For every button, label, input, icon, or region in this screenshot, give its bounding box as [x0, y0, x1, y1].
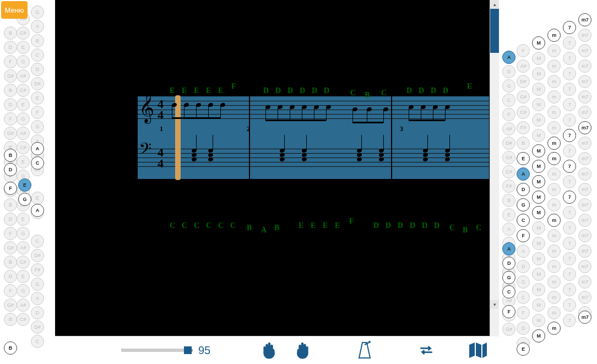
left-note-0-1[interactable]: D — [4, 41, 17, 54]
right-btn-2-14[interactable]: M — [532, 252, 545, 265]
right-btn-4-10[interactable]: 7 — [563, 175, 576, 188]
right-btn-5-17[interactable]: m7 — [578, 275, 591, 289]
right-btn-2-5[interactable]: M — [532, 113, 545, 127]
right-btn-1-4[interactable]: C# — [517, 106, 530, 119]
right-btn-5-9[interactable]: m7 — [578, 152, 591, 165]
left-note-0-20[interactable]: B — [4, 313, 17, 326]
right-hl-28[interactable]: m7 — [578, 13, 591, 26]
left-note-1-18[interactable]: E — [17, 270, 30, 283]
left-note-1-8[interactable]: A# — [17, 127, 30, 140]
right-btn-3-14[interactable]: m — [547, 245, 561, 258]
right-hl-12[interactable]: M — [532, 36, 545, 50]
left-note-0-7[interactable]: G# — [4, 127, 17, 140]
right-btn-5-15[interactable]: m7 — [578, 245, 591, 258]
right-btn-4-17[interactable]: 7 — [563, 283, 576, 296]
metronome-icon[interactable] — [356, 340, 373, 360]
right-btn-5-3[interactable]: m7 — [578, 59, 591, 73]
right-btn-2-4[interactable]: M — [532, 98, 545, 111]
right-hl-2[interactable]: A — [517, 167, 530, 181]
left-note-2-6[interactable]: E — [31, 91, 44, 105]
right-hl-6[interactable]: F — [517, 229, 530, 242]
right-btn-3-11[interactable]: m — [547, 198, 561, 211]
left-note-2-18[interactable]: F# — [31, 263, 44, 276]
right-btn-3-13[interactable]: m — [547, 229, 561, 242]
left-note-2-7[interactable]: F — [31, 106, 44, 119]
right-btn-4-19[interactable]: 7 — [563, 314, 576, 327]
right-btn-3-15[interactable]: m — [547, 260, 561, 273]
left-note-1-10[interactable]: E — [17, 155, 30, 169]
left-note-0-17[interactable]: D — [4, 270, 17, 283]
right-hl-25[interactable]: 7 — [563, 129, 576, 142]
right-btn-1-17[interactable]: F — [517, 306, 530, 319]
right-btn-3-6[interactable]: m — [547, 121, 561, 134]
left-note-1-3[interactable]: G — [17, 55, 30, 68]
right-btn-0-10[interactable]: B — [502, 194, 515, 207]
right-btn-4-18[interactable]: 7 — [563, 298, 576, 312]
right-btn-5-13[interactable]: m7 — [578, 214, 591, 227]
left-note-0-0[interactable]: B — [4, 26, 17, 40]
left-hl-2[interactable]: E — [18, 178, 31, 192]
right-hl-22[interactable]: m — [547, 214, 561, 227]
right-btn-0-11[interactable]: E — [502, 208, 515, 221]
right-hl-3[interactable]: D — [517, 183, 530, 196]
right-btn-3-1[interactable]: m — [547, 44, 561, 57]
left-note-1-1[interactable]: C# — [17, 26, 30, 40]
left-note-0-18[interactable]: F — [4, 284, 17, 297]
right-btn-0-6[interactable]: D# — [502, 137, 515, 150]
right-hl-26[interactable]: 7 — [563, 160, 576, 173]
left-note-1-16[interactable]: A# — [17, 241, 30, 254]
right-btn-3-16[interactable]: m — [547, 275, 561, 289]
right-btn-0-1[interactable]: D — [502, 65, 515, 78]
right-hl-0[interactable]: A — [502, 51, 515, 64]
left-note-1-7[interactable]: G — [17, 112, 30, 126]
right-hl-31[interactable]: E — [517, 343, 530, 356]
right-btn-2-18[interactable]: M — [532, 314, 545, 327]
left-note-1-6[interactable]: E — [17, 98, 30, 111]
right-hl-17[interactable]: M — [532, 206, 545, 219]
left-hl-3[interactable]: G — [18, 193, 31, 206]
right-hl-27[interactable]: 7 — [563, 191, 576, 204]
left-note-1-21[interactable]: C# — [17, 313, 30, 326]
right-btn-1-13[interactable]: A — [517, 245, 530, 258]
scroll-thumb[interactable] — [490, 9, 499, 53]
right-btn-5-16[interactable]: m7 — [578, 260, 591, 273]
left-note-2-19[interactable]: G — [31, 278, 44, 291]
right-btn-4-12[interactable]: 7 — [563, 206, 576, 219]
left-note-0-14[interactable]: F — [4, 227, 17, 240]
right-btn-5-14[interactable]: m7 — [578, 229, 591, 242]
right-btn-5-2[interactable]: m7 — [578, 44, 591, 57]
right-btn-0-19[interactable]: G# — [502, 323, 515, 336]
left-hl-5[interactable]: B — [4, 149, 17, 162]
left-note-1-15[interactable]: G — [17, 227, 30, 240]
right-btn-3-2[interactable]: m — [547, 59, 561, 73]
scroll-up-icon[interactable]: ▴ — [490, 0, 499, 9]
right-btn-5-4[interactable]: m7 — [578, 75, 591, 88]
right-btn-2-1[interactable]: M — [532, 52, 545, 65]
right-btn-0-2[interactable]: G — [502, 79, 515, 93]
left-note-0-16[interactable]: B — [4, 256, 17, 269]
left-note-1-4[interactable]: A# — [17, 69, 30, 83]
right-btn-2-16[interactable]: M — [532, 283, 545, 296]
right-hl-29[interactable]: m7 — [578, 121, 591, 134]
map-icon[interactable] — [468, 340, 488, 360]
left-note-2-0[interactable]: G — [31, 6, 44, 19]
scrollbar[interactable]: ▴ ▾ — [490, 0, 499, 336]
right-btn-4-2[interactable]: 7 — [563, 52, 576, 65]
right-btn-1-6[interactable]: B — [517, 137, 530, 150]
right-btn-2-15[interactable]: M — [532, 268, 545, 281]
left-note-2-8[interactable]: G — [31, 120, 44, 133]
right-btn-2-2[interactable]: M — [532, 67, 545, 80]
right-btn-4-14[interactable]: 7 — [563, 237, 576, 250]
left-hl-4[interactable]: A — [31, 204, 44, 217]
right-btn-5-12[interactable]: m7 — [578, 198, 591, 211]
left-note-0-3[interactable]: G# — [4, 69, 17, 83]
right-btn-1-1[interactable]: A# — [517, 59, 530, 73]
right-hl-15[interactable]: M — [532, 175, 545, 188]
right-btn-4-4[interactable]: 7 — [563, 83, 576, 96]
left-note-0-5[interactable]: D — [4, 98, 17, 111]
left-note-2-16[interactable]: C — [31, 235, 44, 248]
right-btn-5-11[interactable]: m7 — [578, 183, 591, 196]
left-note-0-4[interactable]: B — [4, 84, 17, 97]
right-btn-2-6[interactable]: M — [532, 129, 545, 142]
right-btn-5-8[interactable]: m7 — [578, 137, 591, 150]
